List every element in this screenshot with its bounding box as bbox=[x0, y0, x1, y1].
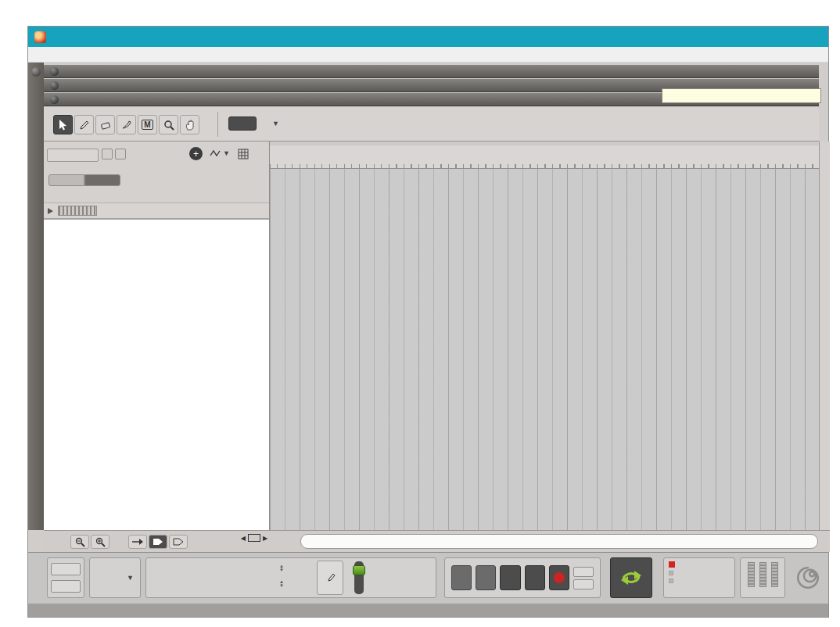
sequencer-toolbar: M ▼ bbox=[44, 107, 819, 142]
tooltip bbox=[662, 88, 821, 103]
desktop: M ▼ + ▼ bbox=[0, 0, 840, 627]
demo-mode-led bbox=[669, 561, 675, 568]
follow-song-button[interactable] bbox=[149, 535, 167, 549]
pointer-tool-button[interactable] bbox=[53, 115, 73, 134]
meters-group bbox=[740, 557, 785, 598]
indicators-group bbox=[663, 557, 735, 598]
snap-value-dropdown[interactable]: ▼ bbox=[267, 116, 279, 131]
chevron-down-icon: ▼ bbox=[272, 120, 279, 127]
song-overview-bar[interactable] bbox=[300, 534, 818, 549]
app-icon bbox=[34, 31, 46, 43]
mute-tool-icon: M bbox=[142, 120, 153, 130]
transport-bar: ▼ ▲▼ ▲▼ bbox=[28, 552, 828, 604]
track-panel: + ▼ bbox=[44, 142, 270, 530]
rewind-button[interactable] bbox=[451, 565, 472, 590]
automation-select[interactable]: ▼ bbox=[210, 149, 230, 157]
block-mode-button[interactable] bbox=[48, 174, 84, 186]
hand-tool-button[interactable] bbox=[180, 115, 199, 134]
grid-icon bbox=[238, 149, 249, 159]
mute-tool-button[interactable]: M bbox=[138, 115, 157, 134]
stop-button[interactable] bbox=[500, 565, 520, 590]
zoom-in-button[interactable] bbox=[91, 535, 109, 549]
transport-track-row[interactable] bbox=[44, 202, 269, 219]
follow-line-button[interactable] bbox=[128, 535, 147, 549]
manual-rec-button[interactable] bbox=[47, 149, 99, 162]
magnifier-icon bbox=[163, 120, 174, 131]
arrow-marker-icon bbox=[152, 537, 164, 546]
bar-ruler[interactable] bbox=[270, 145, 819, 169]
jump-marker-button[interactable] bbox=[169, 535, 188, 549]
sequencer-fold-knob[interactable] bbox=[50, 95, 59, 104]
zoom-strip: ◀▶ bbox=[44, 530, 830, 552]
dsp-meter bbox=[748, 562, 755, 587]
fader-cap[interactable] bbox=[353, 565, 365, 575]
pencil-tool-button[interactable] bbox=[74, 115, 94, 134]
transport-buttons-group bbox=[444, 557, 601, 598]
dub-button[interactable] bbox=[573, 567, 594, 577]
time-stepper[interactable]: ▲▼ bbox=[279, 580, 284, 588]
browser-panel-strip[interactable] bbox=[28, 63, 44, 530]
groove-button[interactable] bbox=[51, 580, 81, 593]
zoom-left-arrow[interactable]: ◀ bbox=[241, 535, 246, 542]
add-track-button[interactable]: + bbox=[189, 147, 203, 160]
zoom-in-icon bbox=[95, 537, 106, 547]
master-solo-button[interactable] bbox=[115, 149, 126, 159]
zoom-right-arrow[interactable]: ▶ bbox=[263, 535, 267, 542]
pencil-icon bbox=[79, 120, 90, 131]
arrangement-timeline[interactable] bbox=[270, 142, 819, 530]
toolbar-divider bbox=[217, 112, 218, 137]
grid-view-button[interactable] bbox=[238, 149, 249, 163]
pattern-meter-icon bbox=[58, 206, 97, 216]
click-level-fader[interactable] bbox=[354, 561, 364, 594]
browser-knob[interactable] bbox=[31, 67, 41, 77]
pointer-icon bbox=[58, 119, 68, 131]
chevron-down-icon[interactable]: ▼ bbox=[127, 574, 134, 582]
vertical-scrollbar[interactable] bbox=[819, 142, 830, 530]
play-button[interactable] bbox=[525, 565, 545, 590]
record-icon bbox=[554, 572, 565, 583]
zoom-window-icon bbox=[248, 534, 260, 542]
in-meter bbox=[759, 562, 766, 587]
arrow-marker2-icon bbox=[172, 537, 185, 546]
keys-groove-group bbox=[47, 557, 84, 598]
eraser-tool-button[interactable] bbox=[95, 115, 115, 134]
title-bar[interactable] bbox=[28, 27, 828, 47]
maximize-button[interactable] bbox=[777, 29, 799, 45]
window-bottom-strip bbox=[28, 604, 828, 617]
bars-stepper[interactable]: ▲▼ bbox=[279, 564, 284, 572]
track-panel-header: + ▼ bbox=[44, 142, 269, 220]
chevron-down-icon: ▼ bbox=[223, 149, 230, 157]
eraser-icon bbox=[100, 120, 111, 130]
hand-icon bbox=[185, 120, 196, 131]
mixer-fold-knob[interactable] bbox=[50, 67, 59, 76]
keys-button[interactable] bbox=[51, 563, 81, 575]
record-button[interactable] bbox=[549, 565, 569, 590]
snap-toggle-button[interactable] bbox=[228, 116, 257, 131]
automation-led bbox=[669, 579, 673, 583]
sequencer-body: + ▼ bbox=[44, 142, 830, 530]
spiral-logo-icon bbox=[795, 564, 821, 591]
click-pre-button[interactable] bbox=[317, 561, 343, 595]
quantize-group: ▼ bbox=[89, 557, 141, 598]
app-window: M ▼ + ▼ bbox=[27, 26, 829, 618]
alt-button[interactable] bbox=[573, 579, 594, 589]
minimize-button[interactable] bbox=[753, 29, 775, 45]
song-mode-button[interactable] bbox=[84, 174, 120, 186]
zoom-widget[interactable]: ◀▶ bbox=[232, 534, 277, 550]
magnify-tool-button[interactable] bbox=[159, 115, 178, 134]
automation-icon bbox=[210, 149, 221, 157]
reason-logo bbox=[792, 557, 824, 598]
zoom-out-icon bbox=[75, 537, 85, 547]
master-mute-button[interactable] bbox=[102, 149, 113, 159]
click-pencil-icon bbox=[326, 572, 335, 582]
zoom-out-button[interactable] bbox=[70, 535, 89, 549]
loop-button[interactable] bbox=[610, 557, 652, 598]
close-button[interactable] bbox=[800, 29, 822, 45]
line-arrow-icon bbox=[131, 538, 144, 546]
mixer-panel-header[interactable] bbox=[44, 65, 819, 78]
razor-tool-button[interactable] bbox=[117, 115, 136, 134]
rack-fold-knob[interactable] bbox=[50, 81, 59, 90]
out-meter bbox=[771, 562, 778, 587]
fast-forward-button[interactable] bbox=[476, 565, 496, 590]
razor-icon bbox=[121, 120, 132, 131]
